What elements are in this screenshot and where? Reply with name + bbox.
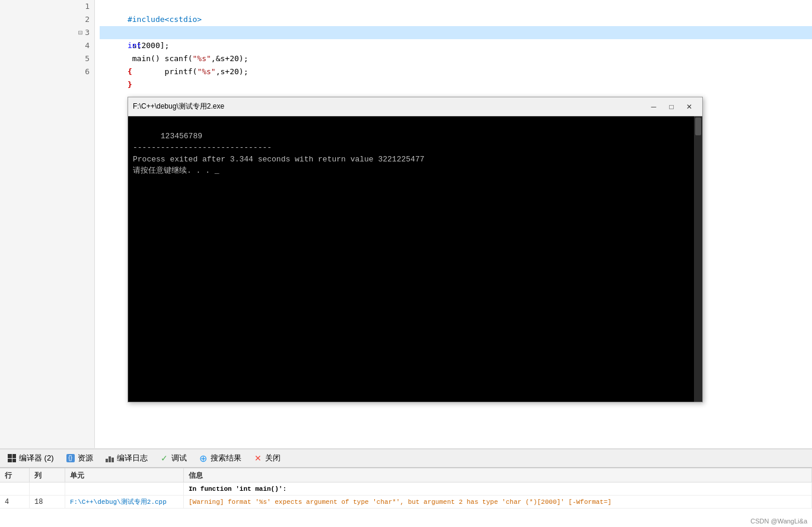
line-number-2: 2 [85,13,90,26]
collapse-icon-3[interactable]: ⊟ [78,26,82,39]
output-line-1: 123456789 [161,132,202,141]
code-line-3: int main() { [100,26,812,39]
error-table-row-1[interactable]: 4 18 F:\C++\debug\测试专用2.cpp [Warning] fo… [0,496,812,509]
bottom-toolbar: 编译器 (2) {} 资源 编译日志 ✓ 调试 ⊕ 搜索结果 ✕ 关闭 [0,449,812,468]
line-numbers: 1 2 ⊟ 3 4 5 6 [0,0,95,448]
toolbar-debug[interactable]: ✓ 调试 [157,452,189,465]
debug-label: 调试 [171,453,187,463]
header-col: 列 [30,468,65,482]
error-row-num-empty [0,482,30,495]
close-icon: ✕ [253,453,263,463]
error-col-number: 18 [30,496,65,508]
compile-log-label: 编译日志 [117,453,148,463]
console-minimize-button[interactable]: ─ [645,100,662,113]
toolbar-compile-log[interactable]: 编译日志 [103,452,150,465]
error-function-header-row: In function 'int main()': [0,482,812,496]
debug-icon: ✓ [160,453,169,463]
console-maximize-button[interactable]: □ [663,100,680,113]
console-window[interactable]: F:\C++\debug\测试专用2.exe ─ □ ✕ 123456789 -… [128,97,703,402]
output-line-2: ------------------------------ [133,143,272,152]
close-label: 关闭 [265,453,281,463]
compiler-label: 编译器 (2) [19,453,54,463]
search-result-icon: ⊕ [199,453,208,463]
line-number-4: 4 [85,39,90,52]
console-body: 123456789 ------------------------------… [128,116,702,402]
toolbar-close[interactable]: ✕ 关闭 [251,452,283,465]
code-line-4: scanf("%s",&s+20); [100,39,812,52]
line-num-4: 4 [0,39,94,52]
console-scrollbar[interactable] [694,116,702,402]
code-line-1: #include<cstdio> [100,0,812,13]
code-line-6: } [100,65,812,78]
console-output: 123456789 ------------------------------… [133,119,698,188]
resource-icon: {} [66,453,75,463]
line-number-5: 5 [85,52,90,65]
scroll-thumb[interactable] [695,118,701,135]
error-unit-path-empty [65,482,184,495]
console-close-button[interactable]: ✕ [681,100,698,113]
compile-log-icon [105,453,114,463]
code-line-5: printf("%s",s+20); [100,52,812,65]
error-info-text: [Warning] format '%s' expects argument o… [184,496,812,508]
toolbar-compiler[interactable]: 编译器 (2) [5,452,56,465]
output-line-3: Process exited after 3.344 seconds with … [133,155,424,164]
error-row-number: 4 [0,496,30,508]
line-num-6: 6 [0,65,94,78]
line-num-3: ⊟ 3 [0,26,94,39]
error-panel: 行 列 单元 信息 In function 'int main()': 4 18… [0,468,812,527]
line-number-6: 6 [85,65,90,78]
error-col-num-empty [30,482,65,495]
console-title: F:\C++\debug\测试专用2.exe [133,101,224,112]
toolbar-resource[interactable]: {} 资源 [63,452,95,465]
error-function-header: In function 'int main()': [184,482,812,495]
watermark: CSDN @WangLi&a [750,518,807,525]
header-unit: 单元 [65,468,184,482]
line-number-3: 3 [85,26,90,39]
line-num-2: 2 [0,13,94,26]
header-row: 行 [0,468,30,482]
search-result-label: 搜索结果 [211,453,241,463]
error-table-header: 行 列 单元 信息 [0,468,812,482]
line-num-1: 1 [0,0,94,13]
close-brace: } [128,80,132,89]
header-info: 信息 [184,468,812,482]
console-titlebar: F:\C++\debug\测试专用2.exe ─ □ ✕ [128,97,702,116]
line-number-1: 1 [85,0,90,13]
line-num-5: 5 [0,52,94,65]
resource-label: 资源 [78,453,93,463]
output-line-4: 请按任意键继续. . . _ [133,166,219,175]
code-line-2: char s[2000]; [100,13,812,26]
console-controls: ─ □ ✕ [645,100,698,113]
compiler-icon [7,453,17,463]
toolbar-search-result[interactable]: ⊕ 搜索结果 [196,452,244,465]
error-unit-filepath[interactable]: F:\C++\debug\测试专用2.cpp [65,496,184,508]
